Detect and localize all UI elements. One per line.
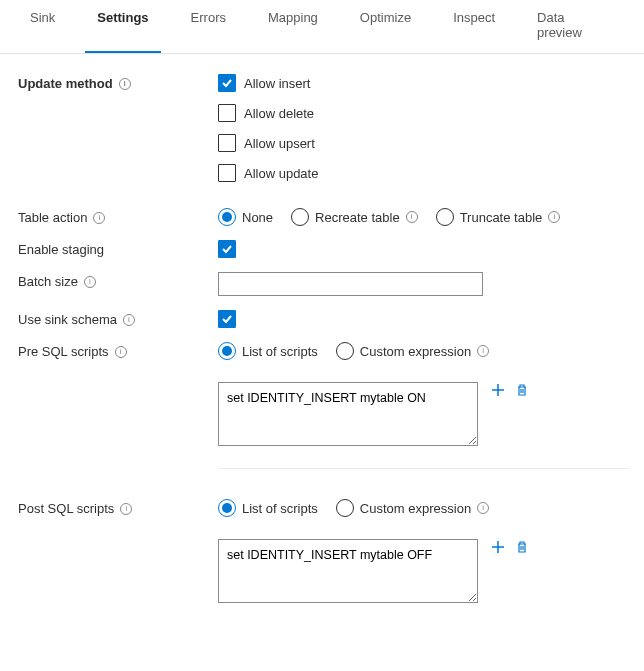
divider <box>218 468 630 469</box>
post-sql-script-textarea[interactable] <box>218 539 478 603</box>
update-method-label: Update method i <box>18 74 218 91</box>
info-icon[interactable]: i <box>115 346 127 358</box>
allow-update-label: Allow update <box>244 166 318 181</box>
tab-optimize[interactable]: Optimize <box>348 0 423 53</box>
settings-form: Update method i Allow insert Allow delet… <box>0 54 644 625</box>
use-sink-schema-checkbox[interactable] <box>218 310 236 328</box>
info-icon[interactable]: i <box>477 502 489 514</box>
table-action-recreate-radio[interactable]: Recreate table i <box>291 208 418 226</box>
tab-mapping[interactable]: Mapping <box>256 0 330 53</box>
tab-sink[interactable]: Sink <box>18 0 67 53</box>
allow-insert-checkbox[interactable] <box>218 74 236 92</box>
add-icon[interactable] <box>490 382 506 398</box>
batch-size-label: Batch size i <box>18 272 218 289</box>
post-sql-list-radio[interactable]: List of scripts <box>218 499 318 517</box>
use-sink-schema-label: Use sink schema i <box>18 310 218 327</box>
tab-settings[interactable]: Settings <box>85 0 160 53</box>
allow-delete-checkbox[interactable] <box>218 104 236 122</box>
delete-icon[interactable] <box>514 539 530 555</box>
post-sql-custom-radio[interactable]: Custom expression i <box>336 499 489 517</box>
tabs: Sink Settings Errors Mapping Optimize In… <box>0 0 644 54</box>
add-icon[interactable] <box>490 539 506 555</box>
tab-errors[interactable]: Errors <box>179 0 238 53</box>
allow-upsert-checkbox[interactable] <box>218 134 236 152</box>
info-icon[interactable]: i <box>477 345 489 357</box>
allow-upsert-label: Allow upsert <box>244 136 315 151</box>
delete-icon[interactable] <box>514 382 530 398</box>
table-action-label: Table action i <box>18 208 218 225</box>
info-icon[interactable]: i <box>123 314 135 326</box>
pre-sql-list-radio[interactable]: List of scripts <box>218 342 318 360</box>
info-icon[interactable]: i <box>84 276 96 288</box>
info-icon[interactable]: i <box>406 211 418 223</box>
pre-sql-custom-radio[interactable]: Custom expression i <box>336 342 489 360</box>
table-action-truncate-radio[interactable]: Truncate table i <box>436 208 561 226</box>
allow-delete-label: Allow delete <box>244 106 314 121</box>
info-icon[interactable]: i <box>93 212 105 224</box>
tab-inspect[interactable]: Inspect <box>441 0 507 53</box>
info-icon[interactable]: i <box>120 503 132 515</box>
table-action-none-radio[interactable]: None <box>218 208 273 226</box>
enable-staging-checkbox[interactable] <box>218 240 236 258</box>
tab-data-preview[interactable]: Data preview <box>525 0 612 53</box>
allow-update-checkbox[interactable] <box>218 164 236 182</box>
info-icon[interactable]: i <box>119 78 131 90</box>
info-icon[interactable]: i <box>548 211 560 223</box>
enable-staging-label: Enable staging <box>18 240 218 257</box>
pre-sql-label: Pre SQL scripts i <box>18 342 218 359</box>
allow-insert-label: Allow insert <box>244 76 310 91</box>
pre-sql-script-textarea[interactable] <box>218 382 478 446</box>
batch-size-input[interactable] <box>218 272 483 296</box>
post-sql-label: Post SQL scripts i <box>18 499 218 516</box>
